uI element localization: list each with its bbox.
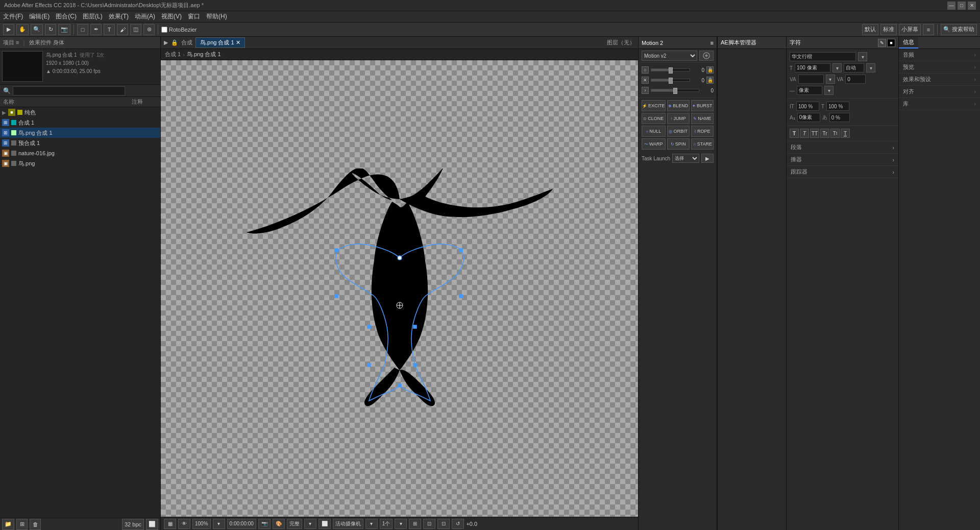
search-help-btn[interactable]: 🔍 搜索帮助 — [941, 24, 977, 35]
vp-3d-btn2[interactable]: ⊡ — [423, 519, 435, 529]
type-hscale-input[interactable] — [826, 102, 849, 111]
motion-btn-warp[interactable]: 〜 WARP — [642, 138, 666, 150]
motion-slider-1[interactable] — [651, 68, 690, 71]
vp-camera-display[interactable]: 活动摄像机 — [333, 519, 363, 529]
vp-reset[interactable]: ↺ — [452, 519, 464, 529]
motion-btn-orbit[interactable]: ◎ ORBIT — [667, 126, 690, 137]
motion-btn-name[interactable]: ✎ NAME — [691, 113, 714, 124]
workspace-standard[interactable]: 标准 — [880, 24, 897, 35]
maximize-btn[interactable]: □ — [958, 2, 966, 10]
breadcrumb-comp1[interactable]: 合成 1 — [165, 51, 181, 58]
tab-effects-controls[interactable]: 效果控件 身体 — [29, 39, 64, 46]
menu-window[interactable]: 窗口 — [188, 12, 200, 21]
type-size-input[interactable] — [795, 63, 830, 73]
menu-help[interactable]: 帮助(H) — [206, 12, 227, 21]
vp-zoom-dropdown[interactable]: ▾ — [213, 519, 225, 529]
type-btn-smallcaps[interactable]: Tr — [820, 129, 829, 138]
rpanel-align[interactable]: 对齐 › — [899, 86, 980, 98]
vp-camera-dropdown[interactable]: ▾ — [365, 519, 378, 529]
workspace-small[interactable]: 小屏幕 — [899, 24, 921, 35]
new-comp-btn[interactable]: ⊞ — [16, 519, 28, 530]
vp-snapshot[interactable]: 📷 — [258, 519, 271, 529]
tab-project[interactable]: 项目 ≡ — [3, 39, 19, 46]
motion-slider-3[interactable] — [651, 89, 699, 92]
tool-rotate[interactable]: ↻ — [45, 24, 56, 35]
tool-puppet[interactable]: ⊛ — [143, 24, 155, 35]
motion-btn-null[interactable]: ○ NULL — [642, 126, 666, 137]
type-btn-allcaps[interactable]: TT — [810, 129, 819, 138]
vp-quality-dropdown[interactable]: ▾ — [304, 519, 316, 529]
type-color-black[interactable]: ■ — [887, 39, 895, 47]
vp-tab-bird[interactable]: 鸟.png 合成 1 ✕ — [195, 37, 245, 48]
label-tracker[interactable]: 捶器 › — [787, 154, 898, 166]
tool-select[interactable]: ▶ — [3, 24, 14, 35]
motion-btn-blend[interactable]: ⊕ BLEND — [667, 100, 690, 111]
motion-btn-spin[interactable]: ↻ SPIN — [667, 138, 690, 150]
type-tracking-val[interactable] — [845, 75, 866, 84]
motion-slider-lock-2[interactable]: 🔒 — [706, 77, 714, 84]
type-font-name-input[interactable] — [790, 52, 856, 61]
vp-transparency[interactable]: ⬜ — [318, 519, 331, 529]
motion-btn-rope[interactable]: ⌇ ROPE — [691, 126, 714, 137]
minimize-btn[interactable]: — — [947, 2, 955, 10]
rotobezier-checkbox[interactable]: RotoBezier — [161, 27, 197, 33]
type-size-dropdown[interactable]: ▾ — [832, 63, 842, 73]
label-paragraph[interactable]: 段落 › — [787, 141, 898, 154]
rpanel-audio[interactable]: 音频 › — [899, 49, 980, 61]
menu-file[interactable]: 文件(F) — [3, 12, 23, 21]
tool-brush[interactable]: 🖌 — [117, 24, 128, 35]
motion-btn-jump[interactable]: ↑ JUMP — [667, 113, 690, 124]
motion-slider-icon-3[interactable]: › — [642, 87, 649, 94]
new-folder-btn[interactable]: 📁 — [2, 519, 14, 530]
motion-go-btn[interactable]: ▶ — [701, 154, 714, 163]
tool-eraser[interactable]: ◫ — [130, 24, 141, 35]
vp-btn-regions[interactable]: ▦ — [164, 519, 176, 529]
tool-zoom[interactable]: 🔍 — [31, 24, 43, 35]
menu-layer[interactable]: 图层(L) — [83, 12, 103, 21]
tool-rect[interactable]: □ — [77, 24, 88, 35]
type-kerning-dropdown[interactable]: ▾ — [826, 75, 835, 84]
type-tsume-input[interactable] — [829, 113, 850, 122]
workspace-default[interactable]: 默认 — [862, 24, 878, 35]
rpanel-library[interactable]: 库 › — [899, 98, 980, 110]
motion-task-select[interactable]: 选择 — [672, 154, 699, 163]
type-baseline-input[interactable] — [797, 113, 820, 122]
type-leading-px[interactable] — [797, 86, 822, 95]
tool-hand[interactable]: ✋ — [16, 24, 29, 35]
delete-btn[interactable]: 🗑 — [30, 519, 41, 530]
workspace-more[interactable]: ≡ — [923, 24, 934, 35]
type-btn-super[interactable]: Tt — [830, 129, 840, 138]
motion-panel-menu[interactable]: ≡ — [710, 40, 714, 46]
motion-slider-icon-1[interactable]: ○ — [642, 66, 649, 74]
type-btn-under[interactable]: T — [841, 129, 850, 138]
label-motion-tracker[interactable]: 跟踪器 › — [787, 166, 898, 178]
tool-camera[interactable]: 📷 — [58, 24, 70, 35]
close-btn[interactable]: ✕ — [968, 2, 976, 10]
vp-3d-btn3[interactable]: ⊡ — [437, 519, 450, 529]
motion-btn-stare[interactable]: ☆ STARE — [691, 138, 714, 150]
tool-text[interactable]: T — [104, 24, 115, 35]
vp-views-display[interactable]: 1个 — [380, 519, 393, 529]
type-header-icon-edit[interactable]: ✎ — [878, 39, 886, 47]
motion-version-select[interactable]: Motion v2 — [642, 51, 697, 61]
motion-slider-lock-1[interactable]: 🔒 — [706, 66, 714, 74]
motion-slider-icon-2[interactable]: ✕ — [642, 77, 649, 84]
type-kerning-input[interactable] — [798, 75, 824, 84]
tool-pen[interactable]: ✒ — [90, 24, 102, 35]
vp-zoom-display[interactable]: 100% — [192, 519, 211, 529]
type-vscale-input[interactable] — [796, 102, 819, 111]
rtab-info[interactable]: 信息 — [899, 37, 918, 49]
rpanel-effects[interactable]: 效果和预设 › — [899, 74, 980, 86]
project-item-precomp[interactable]: ⊞ 预合成 1 — [0, 138, 160, 148]
breadcrumb-bird[interactable]: 鸟.png 合成 1 — [187, 51, 221, 58]
menu-effect[interactable]: 效果(T) — [109, 12, 129, 21]
menu-composition[interactable]: 图合(C) — [56, 12, 77, 21]
vp-quality-display[interactable]: 完整 — [287, 519, 302, 529]
vp-time-display[interactable]: 0:00:00:00 — [227, 519, 256, 529]
motion-btn-clone[interactable]: ⊙ CLONE — [642, 113, 666, 124]
motion-btn-burst[interactable]: ✦ BURST — [691, 100, 714, 111]
color-btn[interactable]: ⬜ — [146, 519, 158, 530]
rpanel-preview[interactable]: 预览 › — [899, 61, 980, 74]
project-item-comp1[interactable]: ⊞ 合成 1 — [0, 117, 160, 128]
type-leading-px-dropdown[interactable]: ▾ — [824, 86, 834, 95]
